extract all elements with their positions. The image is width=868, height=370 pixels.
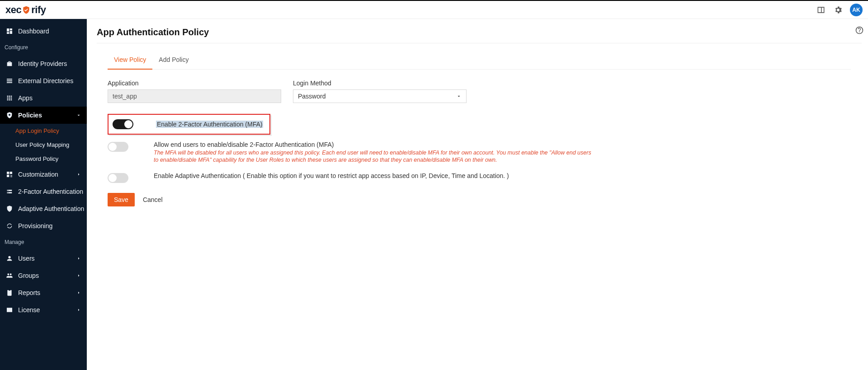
chevron-right-icon bbox=[76, 273, 81, 278]
tabs: View Policy Add Policy bbox=[108, 52, 851, 70]
tab-add-policy[interactable]: Add Policy bbox=[152, 52, 195, 69]
group-icon bbox=[5, 272, 14, 280]
login-method-field-group: Login Method Password bbox=[293, 80, 467, 103]
toggle-allow-end-users[interactable] bbox=[108, 142, 128, 152]
page-title: App Authentication Policy bbox=[97, 27, 209, 37]
sidebar-item-label: License bbox=[18, 306, 40, 314]
book-icon[interactable] bbox=[816, 5, 826, 15]
save-button[interactable]: Save bbox=[108, 193, 135, 206]
sidebar-item-label: Identity Providers bbox=[18, 60, 67, 67]
sidebar-item-dashboard[interactable]: Dashboard bbox=[0, 23, 87, 40]
sidebar-subnav-policies: App Login Policy User Policy Mapping Pas… bbox=[0, 124, 87, 166]
avatar[interactable]: AK bbox=[850, 4, 863, 16]
toggle-enable-mfa[interactable] bbox=[113, 119, 133, 129]
sidebar: Dashboard Configure Identity Providers E… bbox=[0, 19, 87, 370]
sidebar-item-external-directories[interactable]: External Directories bbox=[0, 72, 87, 89]
sidebar-item-users[interactable]: Users bbox=[0, 250, 87, 267]
sidebar-item-customization[interactable]: Customization bbox=[0, 166, 87, 183]
chevron-right-icon bbox=[76, 290, 81, 295]
login-method-label: Login Method bbox=[293, 80, 467, 87]
main-content: App Authentication Policy View Policy Ad… bbox=[87, 19, 868, 370]
shield-check-icon bbox=[22, 5, 31, 14]
toggle-allow-end-users-help: The MFA will be disabled for all users w… bbox=[154, 149, 597, 164]
shield-icon bbox=[5, 205, 14, 213]
chevron-right-icon bbox=[76, 172, 81, 177]
svg-point-0 bbox=[9, 114, 10, 116]
apps-icon bbox=[5, 94, 14, 102]
sidebar-item-provisioning[interactable]: Provisioning bbox=[0, 217, 87, 234]
sidebar-item-label: Dashboard bbox=[18, 28, 49, 35]
application-input bbox=[108, 89, 281, 103]
sidebar-item-license[interactable]: License bbox=[0, 301, 87, 318]
sidebar-item-label: Adaptive Authentication bbox=[18, 205, 84, 212]
help-icon[interactable] bbox=[854, 25, 864, 35]
highlighted-mfa-toggle: Enable 2-Factor Authentication (MFA) bbox=[108, 114, 270, 135]
key-icon bbox=[5, 187, 14, 196]
avatar-initials: AK bbox=[852, 7, 860, 13]
toggle-allow-end-users-label: Allow end users to enable/disable 2-Fact… bbox=[154, 141, 851, 148]
chevron-right-icon bbox=[76, 307, 81, 313]
application-label: Application bbox=[108, 80, 281, 87]
sidebar-item-label: Reports bbox=[18, 289, 40, 296]
sidebar-item-label: Groups bbox=[18, 272, 39, 279]
sidebar-item-label: External Directories bbox=[18, 77, 73, 84]
sidebar-sub-label: App Login Policy bbox=[15, 127, 59, 134]
sidebar-item-label: Users bbox=[18, 255, 35, 262]
policy-shield-icon bbox=[5, 111, 14, 119]
sync-icon bbox=[5, 222, 14, 230]
sidebar-item-policies[interactable]: Policies bbox=[0, 107, 87, 124]
sidebar-item-apps[interactable]: Apps bbox=[0, 89, 87, 107]
toggle-enable-mfa-label: Enable 2-Factor Authentication (MFA) bbox=[156, 121, 263, 128]
sidebar-section-configure: Configure bbox=[0, 40, 87, 55]
sidebar-sub-label: Password Policy bbox=[15, 155, 58, 162]
sidebar-item-groups[interactable]: Groups bbox=[0, 267, 87, 284]
tab-label: View Policy bbox=[114, 56, 146, 63]
chevron-down-icon bbox=[456, 94, 462, 99]
cancel-button[interactable]: Cancel bbox=[143, 196, 163, 203]
chevron-down-icon bbox=[76, 112, 81, 118]
sidebar-section-manage: Manage bbox=[0, 234, 87, 250]
top-bar: xec rify AK bbox=[0, 0, 868, 19]
toggle-adaptive-auth-label: Enable Adaptive Authentication ( Enable … bbox=[154, 172, 851, 179]
tab-label: Add Policy bbox=[159, 56, 189, 63]
tab-view-policy[interactable]: View Policy bbox=[108, 52, 152, 70]
clipboard-icon bbox=[5, 289, 14, 297]
sidebar-item-2fa[interactable]: 2-Factor Authentication bbox=[0, 183, 87, 200]
button-label: Cancel bbox=[143, 196, 163, 203]
sidebar-sub-app-login-policy[interactable]: App Login Policy bbox=[0, 124, 87, 138]
sidebar-item-label: 2-Factor Authentication bbox=[18, 188, 83, 195]
sidebar-item-adaptive-auth[interactable]: Adaptive Authentication bbox=[0, 200, 87, 217]
sidebar-item-label: Provisioning bbox=[18, 222, 52, 229]
sidebar-item-label: Apps bbox=[18, 94, 33, 102]
sidebar-item-label: Customization bbox=[18, 171, 58, 178]
top-bar-right: AK bbox=[816, 4, 863, 16]
brand-suffix: rify bbox=[31, 4, 46, 16]
button-label: Save bbox=[114, 196, 128, 203]
svg-point-2 bbox=[8, 192, 9, 193]
user-icon bbox=[5, 254, 14, 262]
brand-prefix: xec bbox=[5, 4, 21, 16]
chevron-right-icon bbox=[76, 256, 81, 261]
sidebar-sub-user-policy-mapping[interactable]: User Policy Mapping bbox=[0, 138, 87, 152]
sidebar-item-reports[interactable]: Reports bbox=[0, 284, 87, 301]
select-value: Password bbox=[298, 93, 326, 100]
sidebar-sub-label: User Policy Mapping bbox=[15, 141, 69, 148]
application-field-group: Application bbox=[108, 80, 281, 103]
briefcase-icon bbox=[5, 60, 14, 68]
sidebar-item-identity-providers[interactable]: Identity Providers bbox=[0, 55, 87, 72]
card-icon bbox=[5, 306, 14, 314]
customize-icon bbox=[5, 170, 14, 178]
login-method-select[interactable]: Password bbox=[293, 89, 467, 103]
brand-logo: xec rify bbox=[5, 4, 46, 16]
sidebar-sub-password-policy[interactable]: Password Policy bbox=[0, 152, 87, 166]
toggle-adaptive-auth[interactable] bbox=[108, 173, 128, 183]
dashboard-icon bbox=[5, 27, 14, 35]
svg-point-1 bbox=[8, 190, 9, 191]
list-icon bbox=[5, 77, 14, 85]
gear-icon[interactable] bbox=[833, 5, 844, 15]
sidebar-item-label: Policies bbox=[18, 112, 42, 119]
